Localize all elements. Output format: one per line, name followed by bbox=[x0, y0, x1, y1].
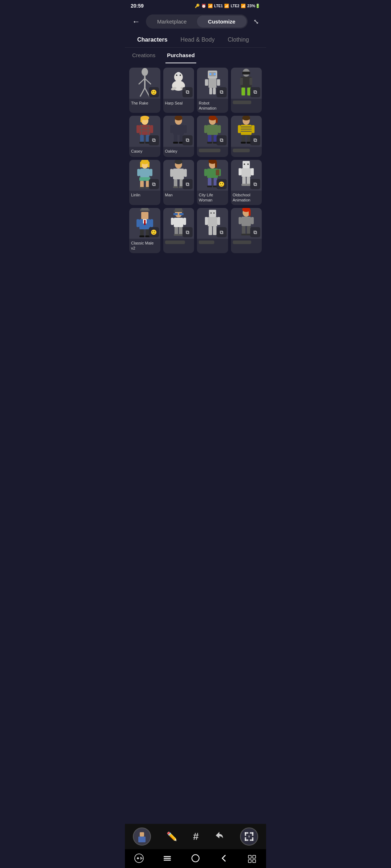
svg-line-3 bbox=[145, 78, 151, 84]
svg-rect-57 bbox=[218, 125, 221, 133]
svg-rect-182 bbox=[248, 860, 251, 863]
svg-point-174 bbox=[142, 858, 143, 859]
recents-button[interactable] bbox=[244, 852, 260, 864]
back-nav-button[interactable] bbox=[216, 852, 232, 864]
item-casey-thumbnail: ⧉ bbox=[129, 116, 160, 147]
svg-rect-47 bbox=[184, 125, 187, 133]
svg-rect-133 bbox=[174, 218, 183, 227]
hashtag-button[interactable]: # bbox=[193, 831, 199, 842]
item-8[interactable]: ⧉ bbox=[231, 116, 262, 157]
item-robot-animation-thumbnail: ⧉ bbox=[197, 68, 228, 99]
svg-rect-17 bbox=[209, 88, 212, 94]
svg-rect-32 bbox=[139, 125, 150, 135]
item-7-badge: ⧉ bbox=[216, 135, 227, 145]
svg-rect-112 bbox=[241, 184, 247, 186]
sub-tab-purchased[interactable]: Purchased bbox=[165, 48, 196, 63]
svg-rect-111 bbox=[247, 177, 250, 185]
svg-rect-150 bbox=[249, 209, 251, 216]
item-robot-animation-badge: ⧉ bbox=[216, 87, 227, 97]
avatar-preview[interactable] bbox=[133, 827, 151, 846]
svg-rect-151 bbox=[241, 217, 251, 226]
svg-rect-25 bbox=[249, 78, 252, 85]
item-oakley[interactable]: ⧉ Oakley bbox=[163, 116, 194, 157]
item-15-label-placeholder bbox=[199, 241, 214, 244]
svg-rect-31 bbox=[140, 118, 142, 122]
svg-rect-90 bbox=[184, 169, 187, 177]
category-tabs: Characters Head & Body Clothing bbox=[125, 31, 266, 48]
item-robot-animation[interactable]: ⧉ Robot Animation bbox=[197, 68, 228, 113]
item-oldschool-animation[interactable]: ⧉ Oldschool Animation bbox=[231, 160, 262, 205]
share-button[interactable] bbox=[214, 830, 224, 843]
svg-rect-180 bbox=[248, 855, 251, 858]
item-casey[interactable]: ⧉ Casey bbox=[129, 116, 160, 157]
lte2-indicator: LTE2 bbox=[231, 4, 239, 8]
svg-rect-176 bbox=[164, 856, 171, 857]
status-icons: 🔑 ⏰ 📶 LTE1 📶 LTE2 📶 23%🔋 bbox=[195, 4, 260, 8]
svg-rect-166 bbox=[245, 838, 246, 841]
category-tab-head-body[interactable]: Head & Body bbox=[174, 33, 221, 47]
category-tab-characters[interactable]: Characters bbox=[131, 33, 174, 47]
item-14-label-placeholder bbox=[165, 241, 185, 244]
item-4-label-placeholder bbox=[233, 101, 251, 104]
tab-marketplace[interactable]: Marketplace bbox=[147, 16, 197, 27]
edit-button[interactable]: ✏️ bbox=[167, 831, 177, 842]
svg-rect-84 bbox=[139, 187, 144, 189]
svg-rect-107 bbox=[241, 168, 251, 177]
svg-rect-116 bbox=[141, 212, 148, 219]
status-bar: 20:59 🔑 ⏰ 📶 LTE1 📶 LTE2 📶 23%🔋 bbox=[125, 0, 266, 12]
item-16[interactable]: ⧉ bbox=[231, 208, 262, 253]
svg-point-179 bbox=[192, 855, 199, 862]
svg-rect-177 bbox=[164, 858, 171, 859]
item-man[interactable]: ⧉ Man bbox=[163, 160, 194, 205]
item-city-life-woman[interactable]: 🙂 City Life Woman bbox=[197, 160, 228, 205]
svg-rect-88 bbox=[173, 169, 184, 179]
svg-rect-122 bbox=[136, 219, 139, 227]
scan-text-button[interactable]: T bbox=[240, 827, 258, 846]
item-linlin-thumbnail: ⧉ bbox=[129, 160, 160, 191]
item-14-thumbnail: ⧉ bbox=[163, 208, 194, 239]
item-harp-seal-label: Harp Seal bbox=[163, 99, 194, 109]
category-tab-clothing[interactable]: Clothing bbox=[221, 33, 256, 47]
item-4[interactable]: ⧉ bbox=[231, 68, 262, 113]
home-button[interactable] bbox=[188, 852, 203, 864]
svg-rect-132 bbox=[179, 213, 184, 215]
wifi-icon: 📶 bbox=[208, 4, 213, 8]
item-15[interactable]: ⧉ bbox=[197, 208, 228, 253]
svg-rect-18 bbox=[213, 88, 216, 94]
svg-rect-54 bbox=[216, 118, 218, 123]
status-time: 20:59 bbox=[131, 3, 144, 9]
svg-rect-152 bbox=[239, 217, 241, 224]
svg-rect-77 bbox=[148, 162, 150, 167]
svg-rect-46 bbox=[170, 125, 173, 133]
item-14[interactable]: ⧉ bbox=[163, 208, 194, 253]
alarm-icon: ⏰ bbox=[201, 4, 206, 8]
item-harp-seal[interactable]: ⧉ Harp Seal bbox=[163, 68, 194, 113]
svg-rect-130 bbox=[175, 208, 182, 211]
item-robot-animation-label: Robot Animation bbox=[197, 99, 228, 113]
svg-rect-143 bbox=[217, 217, 220, 225]
tab-customize[interactable]: Customize bbox=[197, 16, 247, 27]
svg-rect-164 bbox=[252, 833, 253, 835]
item-harp-seal-badge: ⧉ bbox=[182, 87, 193, 97]
svg-rect-45 bbox=[173, 125, 184, 135]
expand-icon[interactable]: ⤡ bbox=[252, 16, 260, 27]
item-15-badge: ⧉ bbox=[216, 227, 227, 237]
item-8-thumbnail: ⧉ bbox=[231, 116, 262, 147]
svg-rect-141 bbox=[208, 217, 217, 226]
sub-tab-creations[interactable]: Creations bbox=[131, 48, 157, 63]
item-7[interactable]: ⧉ bbox=[197, 116, 228, 157]
item-classic-male-v2[interactable]: 🙂 Classic Male v2 bbox=[129, 208, 160, 253]
item-casey-badge: ⧉ bbox=[149, 135, 159, 145]
back-button[interactable]: ← bbox=[131, 16, 142, 28]
item-4-thumbnail: ⧉ bbox=[231, 68, 262, 99]
svg-rect-76 bbox=[140, 162, 142, 167]
item-15-thumbnail: ⧉ bbox=[197, 208, 228, 239]
gamepad-button[interactable] bbox=[131, 852, 147, 864]
item-linlin[interactable]: ⧉ Linlin bbox=[129, 160, 160, 205]
item-the-rake[interactable]: 🙂 The Rake bbox=[129, 68, 160, 113]
svg-rect-14 bbox=[209, 78, 216, 88]
svg-rect-118 bbox=[141, 208, 148, 210]
menu-button[interactable] bbox=[159, 852, 175, 864]
svg-rect-154 bbox=[242, 226, 245, 235]
svg-rect-78 bbox=[140, 169, 150, 177]
